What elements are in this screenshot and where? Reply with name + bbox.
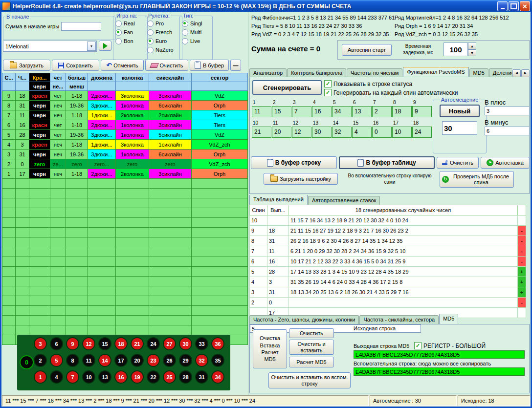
main-tab[interactable]: Частоты по числам: [347, 68, 402, 77]
board-number[interactable]: 3: [35, 338, 46, 349]
board-zero[interactable]: 0: [20, 355, 34, 369]
check-md5-button[interactable]: Проверить МД5 после спина: [440, 171, 514, 188]
spin-row[interactable]: 20zeroze...zerozero...zerozeroVdZ_zch: [2, 159, 248, 169]
freq-tab[interactable]: MD5: [439, 314, 458, 324]
buffer-button[interactable]: В буфер: [190, 60, 229, 71]
tabs-left-arrow[interactable]: [512, 69, 521, 77]
board-number[interactable]: 28: [180, 371, 191, 383]
board-number[interactable]: 13: [99, 371, 111, 383]
freq-tab[interactable]: Частота - Zero, шансы, дюжины, колонки: [249, 315, 359, 324]
generate-button[interactable]: Сгенерировать: [252, 80, 322, 95]
board-number[interactable]: 29: [180, 355, 191, 366]
main-tab[interactable]: Функционал PsevdoMS: [403, 67, 468, 77]
board-number[interactable]: 4: [51, 371, 62, 383]
fall-row[interactable]: 4331 35 26 19 14 4 6 24 0 33 4 28 4 36 1…: [250, 277, 526, 287]
board-number[interactable]: 12: [83, 338, 94, 349]
main-tab[interactable]: Деление ко: [489, 68, 512, 77]
undo-button[interactable]: Отменить: [101, 60, 144, 71]
board-number[interactable]: 7: [67, 371, 78, 383]
board-number[interactable]: 24: [148, 338, 159, 349]
board-number[interactable]: 8: [67, 355, 78, 366]
clear-gen-button[interactable]: Очистить: [437, 157, 479, 169]
md5-clear-paste-aux-button[interactable]: Очистить и вставить во вспом. строку: [268, 372, 351, 388]
fall-tab[interactable]: Таблица выпадений: [249, 195, 308, 205]
spin-row[interactable]: 43красннеч1-181дюжи...3колонка1сиклайнVd…: [2, 140, 248, 150]
board-number[interactable]: 11: [83, 355, 94, 366]
radio-bon[interactable]: Bon: [115, 37, 145, 45]
board-number[interactable]: 31: [196, 371, 207, 383]
new-button[interactable]: Новый: [440, 105, 480, 117]
board-number[interactable]: 35: [212, 355, 223, 366]
board-number[interactable]: 30: [180, 338, 191, 349]
spin-row[interactable]: 117черннеч1-182дюжи...2колонка3сиклайнOr…: [2, 169, 248, 179]
checkbox-auto-generate[interactable]: Генерировать на каждый спин автоматическ…: [324, 89, 458, 96]
board-number[interactable]: 32: [196, 355, 207, 366]
radio-pro[interactable]: Pro: [147, 19, 180, 28]
buffer-table-button[interactable]: В буфер таблицу: [339, 156, 435, 169]
board-number[interactable]: 10: [83, 371, 94, 383]
spin-row[interactable]: 616краснчет1-182дюжи...1колонка3сиклайнT…: [2, 120, 248, 130]
spin-row[interactable]: 331черннеч19-363дюжи...1колонка6сиклайнO…: [2, 150, 248, 159]
md5-calc-button[interactable]: Расчет MD5: [289, 357, 334, 367]
radio-real[interactable]: Real: [115, 19, 145, 28]
md5-clear-button[interactable]: Очистить: [289, 328, 334, 338]
board-number[interactable]: 36: [212, 338, 223, 349]
fall-row[interactable]: 52817 14 13 33 28 1 3 4 15 10 9 23 12 28…: [250, 267, 526, 277]
spin-row[interactable]: 831черннеч19-363дюжи...1колонка6сиклайнO…: [2, 101, 248, 110]
chevron-down-icon[interactable]: [87, 42, 96, 51]
clear-button[interactable]: Очистить: [145, 60, 188, 71]
board-number[interactable]: 1: [35, 371, 46, 383]
close-button[interactable]: [520, 1, 530, 11]
board-number[interactable]: 15: [99, 338, 111, 349]
spin-row[interactable]: 711черннеч1-181дюжи...2колонка2сиклайнTi…: [2, 110, 248, 120]
board-number[interactable]: 27: [164, 338, 175, 349]
fall-row[interactable]: 7116 21 1 20 0 29 32 30 28 2 24 34 36 15…: [250, 246, 526, 257]
checkbox-register[interactable]: РЕГИСТР - БОЛЬШОЙ: [414, 342, 486, 349]
radio-singl[interactable]: Singl: [182, 19, 210, 28]
delay-input[interactable]: [443, 43, 468, 56]
run-button[interactable]: [99, 41, 111, 51]
spinner-up-button[interactable]: [468, 43, 476, 49]
board-number[interactable]: 33: [196, 338, 207, 349]
board-number[interactable]: 22: [148, 371, 159, 383]
fall-row[interactable]: 33118 13 34 20 25 13 6 2 18 26 30 21 4 3…: [250, 287, 526, 298]
radio-live[interactable]: Live: [182, 37, 210, 45]
board-number[interactable]: 34: [212, 371, 223, 383]
radio-euro[interactable]: Euro: [147, 37, 180, 45]
board-number[interactable]: 9: [67, 338, 78, 349]
main-tab[interactable]: Анализатор: [249, 68, 287, 77]
collapse-button[interactable]: —: [230, 60, 241, 71]
plus-input[interactable]: [485, 107, 530, 115]
board-number[interactable]: 2: [35, 355, 46, 366]
board-number[interactable]: 6: [51, 338, 62, 349]
preset-select[interactable]: 1Melonati: [3, 41, 97, 52]
fall-tab[interactable]: Автопроставление ставок: [308, 196, 380, 205]
board-number[interactable]: 16: [115, 371, 127, 383]
minimize-button[interactable]: [497, 1, 508, 11]
fall-row[interactable]: 20-: [250, 298, 526, 308]
tabs-right-arrow[interactable]: [521, 69, 530, 77]
board-number[interactable]: 26: [164, 355, 175, 366]
load-button[interactable]: Загрузить: [3, 60, 50, 71]
board-number[interactable]: 23: [148, 355, 159, 366]
radio-multi[interactable]: Multi: [182, 28, 210, 37]
start-sum-input[interactable]: [61, 22, 101, 31]
board-number[interactable]: 18: [115, 338, 127, 349]
load-settings-button[interactable]: Загрузить настройку: [264, 173, 338, 185]
board-number[interactable]: 21: [132, 338, 143, 349]
save-button[interactable]: Сохранить: [52, 60, 99, 71]
autospin-button[interactable]: Автоспин старт: [342, 44, 392, 56]
radio-nazero[interactable]: NaZero: [147, 45, 180, 54]
radio-french[interactable]: French: [147, 28, 180, 37]
board-number[interactable]: 17: [115, 355, 127, 366]
main-tab[interactable]: Контроль банкролла: [287, 68, 346, 77]
spin-row[interactable]: 528чернчет19-363дюжи...1колонка5сиклайнV…: [2, 130, 248, 140]
board-number[interactable]: 25: [164, 371, 175, 383]
checkbox-show-status[interactable]: Показывать в строке статуса: [324, 80, 412, 87]
board-number[interactable]: 19: [132, 371, 143, 383]
freq-tab[interactable]: Частота - сиклайны, сектора: [359, 315, 439, 324]
offset-input[interactable]: [442, 121, 477, 135]
main-tab[interactable]: MD5: [469, 68, 488, 77]
fall-row[interactable]: 61610 17 21 2 12 33 22 3 33 4 36 15 5 0 …: [250, 257, 526, 267]
fall-row[interactable]: 83126 2 16 18 9 6 2 30 4 26 8 27 14 35 1…: [250, 236, 526, 246]
